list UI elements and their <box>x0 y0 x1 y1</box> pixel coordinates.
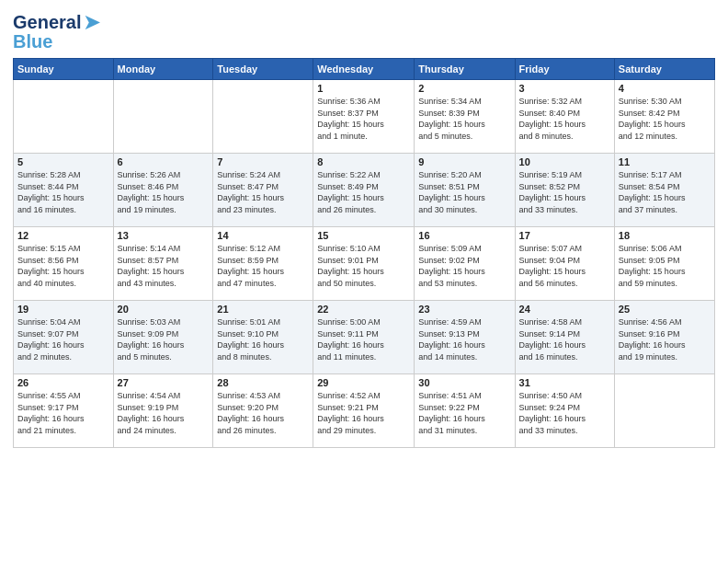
day-info-text: Sunset: 8:47 PM <box>217 181 309 193</box>
day-number: 15 <box>317 230 410 241</box>
day-number: 5 <box>17 156 109 167</box>
calendar-day-26: 26Sunrise: 4:55 AMSunset: 9:17 PMDayligh… <box>14 374 114 448</box>
day-info-text: Sunrise: 5:00 AM <box>317 316 410 328</box>
day-info-text: Daylight: 16 hours <box>418 413 510 425</box>
day-info-text: Sunrise: 4:56 AM <box>619 316 711 328</box>
day-info-text: Daylight: 15 hours <box>118 266 210 278</box>
calendar-day-1: 1Sunrise: 5:36 AMSunset: 8:37 PMDaylight… <box>313 80 415 154</box>
day-info-text: Daylight: 15 hours <box>317 266 410 278</box>
day-info-text: Sunrise: 5:15 AM <box>17 243 109 255</box>
day-info-text: and 40 minutes. <box>17 278 109 290</box>
day-info-text: Sunrise: 5:32 AM <box>519 96 610 108</box>
day-info-text: and 53 minutes. <box>418 278 510 290</box>
calendar-day-23: 23Sunrise: 4:59 AMSunset: 9:13 PMDayligh… <box>415 301 515 374</box>
day-info-text: Daylight: 16 hours <box>317 339 410 351</box>
weekday-header-friday: Friday <box>515 59 614 80</box>
calendar-table: SundayMondayTuesdayWednesdayThursdayFrid… <box>13 58 715 448</box>
day-info-text: and 8 minutes. <box>217 351 309 363</box>
day-number: 24 <box>519 304 610 315</box>
day-info-text: Daylight: 15 hours <box>317 192 410 204</box>
day-info-text: Sunset: 8:57 PM <box>118 255 210 267</box>
day-number: 7 <box>217 156 309 167</box>
calendar-day-3: 3Sunrise: 5:32 AMSunset: 8:40 PMDaylight… <box>515 80 614 154</box>
day-info-text: Sunrise: 4:53 AM <box>217 390 309 402</box>
day-info-text: Daylight: 15 hours <box>317 119 410 131</box>
day-info-text: and 19 minutes. <box>619 351 711 363</box>
day-info-text: and 8 minutes. <box>519 131 610 143</box>
header: General ➤ Blue <box>13 9 715 52</box>
day-info-text: Daylight: 16 hours <box>317 413 410 425</box>
day-info-text: and 16 minutes. <box>17 204 109 216</box>
day-info-text: Sunset: 8:52 PM <box>519 181 610 193</box>
day-info-text: and 16 minutes. <box>519 351 610 363</box>
calendar-day-11: 11Sunrise: 5:17 AMSunset: 8:54 PMDayligh… <box>614 154 714 227</box>
day-info-text: Daylight: 16 hours <box>619 339 711 351</box>
weekday-header-thursday: Thursday <box>415 59 515 80</box>
day-info-text: Sunrise: 5:30 AM <box>619 96 711 108</box>
calendar-day-18: 18Sunrise: 5:06 AMSunset: 9:05 PMDayligh… <box>614 227 714 301</box>
day-info-text: and 24 minutes. <box>118 425 210 437</box>
day-number: 30 <box>418 377 510 388</box>
calendar-day-31: 31Sunrise: 4:50 AMSunset: 9:24 PMDayligh… <box>515 374 614 448</box>
day-info-text: and 23 minutes. <box>217 204 309 216</box>
day-info-text: Sunset: 9:22 PM <box>418 402 510 414</box>
day-info-text: Sunrise: 5:04 AM <box>17 316 109 328</box>
day-number: 21 <box>217 304 309 315</box>
day-info-text: Sunrise: 5:12 AM <box>217 243 309 255</box>
day-info-text: Sunrise: 5:20 AM <box>418 169 510 181</box>
calendar-day-27: 27Sunrise: 4:54 AMSunset: 9:19 PMDayligh… <box>113 374 213 448</box>
day-info-text: Sunset: 9:13 PM <box>418 328 510 340</box>
day-info-text: Daylight: 16 hours <box>118 339 210 351</box>
day-info-text: Sunrise: 5:22 AM <box>317 169 410 181</box>
day-info-text: Daylight: 16 hours <box>217 413 309 425</box>
day-info-text: Daylight: 16 hours <box>418 339 510 351</box>
calendar-day-10: 10Sunrise: 5:19 AMSunset: 8:52 PMDayligh… <box>515 154 614 227</box>
day-info-text: Sunset: 8:59 PM <box>217 255 309 267</box>
day-number: 4 <box>619 83 711 94</box>
calendar-day-5: 5Sunrise: 5:28 AMSunset: 8:44 PMDaylight… <box>14 154 114 227</box>
day-number: 10 <box>519 156 610 167</box>
day-info-text: Daylight: 15 hours <box>418 119 510 131</box>
day-info-text: Sunrise: 5:17 AM <box>619 169 711 181</box>
day-number: 17 <box>519 230 610 241</box>
day-number: 3 <box>519 83 610 94</box>
day-info-text: Sunset: 9:20 PM <box>217 402 309 414</box>
day-number: 11 <box>619 156 711 167</box>
day-number: 27 <box>118 377 210 388</box>
day-info-text: Daylight: 15 hours <box>118 192 210 204</box>
calendar-day-21: 21Sunrise: 5:01 AMSunset: 9:10 PMDayligh… <box>213 301 313 374</box>
calendar-week-row: 1Sunrise: 5:36 AMSunset: 8:37 PMDaylight… <box>14 80 715 154</box>
day-info-text: Sunset: 9:16 PM <box>619 328 711 340</box>
day-info-text: Sunset: 9:19 PM <box>118 402 210 414</box>
calendar-week-row: 19Sunrise: 5:04 AMSunset: 9:07 PMDayligh… <box>14 301 715 374</box>
day-info-text: Daylight: 15 hours <box>418 192 510 204</box>
calendar-week-row: 5Sunrise: 5:28 AMSunset: 8:44 PMDaylight… <box>14 154 715 227</box>
day-number: 19 <box>17 304 109 315</box>
day-info-text: Sunset: 9:01 PM <box>317 255 410 267</box>
day-number: 6 <box>118 156 210 167</box>
day-info-text: Sunrise: 4:55 AM <box>17 390 109 402</box>
day-info-text: Daylight: 16 hours <box>118 413 210 425</box>
day-number: 1 <box>317 83 410 94</box>
calendar-day-25: 25Sunrise: 4:56 AMSunset: 9:16 PMDayligh… <box>614 301 714 374</box>
calendar-day-20: 20Sunrise: 5:03 AMSunset: 9:09 PMDayligh… <box>113 301 213 374</box>
day-info-text: Daylight: 16 hours <box>519 413 610 425</box>
day-info-text: Sunrise: 4:51 AM <box>418 390 510 402</box>
day-info-text: Daylight: 15 hours <box>519 192 610 204</box>
day-number: 23 <box>418 304 510 315</box>
day-info-text: and 30 minutes. <box>418 204 510 216</box>
day-info-text: Sunrise: 5:01 AM <box>217 316 309 328</box>
day-number: 9 <box>418 156 510 167</box>
calendar-day-6: 6Sunrise: 5:26 AMSunset: 8:46 PMDaylight… <box>113 154 213 227</box>
day-info-text: and 43 minutes. <box>118 278 210 290</box>
weekday-header-saturday: Saturday <box>614 59 714 80</box>
page: General ➤ Blue SundayMondayTuesdayWednes… <box>0 0 728 563</box>
day-info-text: Sunset: 8:49 PM <box>317 181 410 193</box>
day-info-text: Daylight: 16 hours <box>17 413 109 425</box>
day-info-text: Daylight: 15 hours <box>217 266 309 278</box>
calendar-day-7: 7Sunrise: 5:24 AMSunset: 8:47 PMDaylight… <box>213 154 313 227</box>
calendar-empty-cell <box>614 374 714 448</box>
calendar-day-28: 28Sunrise: 4:53 AMSunset: 9:20 PMDayligh… <box>213 374 313 448</box>
day-info-text: Daylight: 15 hours <box>17 266 109 278</box>
logo-text: General <box>13 12 81 33</box>
